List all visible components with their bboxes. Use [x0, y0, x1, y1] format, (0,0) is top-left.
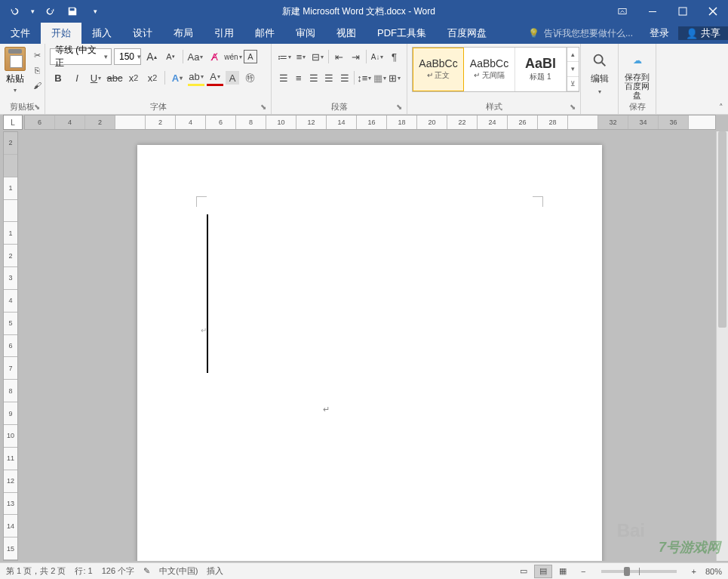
document-page[interactable]: ↵ ↵	[137, 145, 602, 561]
tab-home[interactable]: 开始	[41, 23, 81, 44]
close-button[interactable]	[698, 0, 728, 23]
styles-scroll-down[interactable]: ▾	[567, 62, 579, 76]
clipboard-launcher[interactable]: ⬊	[34, 103, 40, 111]
zoom-in-button[interactable]: +	[692, 567, 696, 576]
line-spacing-button[interactable]: ↕≡	[357, 69, 371, 86]
styles-scroll-up[interactable]: ▴	[567, 48, 579, 62]
borders-button[interactable]: ⊞	[388, 69, 402, 86]
view-read-mode[interactable]: ▭	[515, 565, 533, 578]
zoom-thumb[interactable]	[624, 567, 630, 576]
phonetic-guide-button[interactable]: wén	[225, 48, 241, 65]
decrease-indent-button[interactable]: ⇤	[331, 48, 347, 65]
justify-button[interactable]: ☰	[322, 69, 336, 86]
vertical-ruler[interactable]: 21123456789101112131415	[3, 131, 18, 561]
enclose-characters-button[interactable]: ㊕	[241, 69, 258, 86]
font-launcher[interactable]: ⬊	[260, 103, 266, 111]
shrink-font-button[interactable]: A▾	[162, 48, 179, 65]
ribbon-options-button[interactable]	[607, 0, 637, 23]
tab-references[interactable]: 引用	[204, 23, 244, 44]
superscript-button[interactable]: x2	[144, 69, 161, 86]
chevron-down-icon[interactable]: ▾	[27, 1, 38, 22]
character-border-button[interactable]: A	[244, 50, 257, 63]
ruler-corner[interactable]: L	[3, 115, 23, 130]
document-workspace: L 642246810121416182022242628323436 2112…	[0, 115, 728, 562]
show-marks-button[interactable]: ¶	[386, 48, 402, 65]
vertical-scrollbar[interactable]	[716, 131, 728, 561]
save-button[interactable]	[62, 1, 83, 22]
qat-customize-button[interactable]: ▾	[84, 1, 106, 22]
redo-button[interactable]	[39, 1, 60, 22]
tab-view[interactable]: 视图	[326, 23, 367, 44]
font-color-button[interactable]: A	[207, 69, 223, 86]
clear-formatting-button[interactable]: A̸	[206, 48, 223, 65]
paragraph-launcher[interactable]: ⬊	[396, 103, 402, 111]
align-right-button[interactable]: ☰	[307, 69, 321, 86]
styles-expand[interactable]: ⊻	[567, 77, 579, 91]
text-effects-button[interactable]: A	[169, 69, 186, 86]
styles-launcher[interactable]: ⬊	[570, 103, 576, 111]
login-button[interactable]: 登录	[640, 26, 678, 40]
paste-button[interactable]: 粘贴 ▾	[5, 47, 26, 94]
bullets-button[interactable]: ≔	[276, 48, 292, 65]
sort-button[interactable]: A↓	[369, 48, 385, 65]
numbering-button[interactable]: ≡	[293, 48, 309, 65]
highlight-button[interactable]: ab	[188, 69, 204, 86]
style-no-spacing[interactable]: AaBbCc ↵ 无间隔	[464, 48, 515, 91]
tab-file[interactable]: 文件	[0, 23, 41, 44]
grow-font-button[interactable]: A▴	[143, 48, 160, 65]
align-left-button[interactable]: ☰	[276, 69, 290, 86]
view-print-layout[interactable]: ▤	[534, 565, 552, 578]
tab-baidu-netdisk[interactable]: 百度网盘	[437, 23, 497, 44]
document-scroll-area[interactable]: ↵ ↵	[24, 131, 716, 561]
zoom-level[interactable]: 80%	[705, 567, 722, 576]
svg-rect-0	[619, 9, 626, 14]
horizontal-ruler[interactable]: 642246810121416182022242628323436	[24, 115, 716, 130]
save-to-baidu-button[interactable]: ☁ 保存到百度网盘	[623, 47, 651, 100]
font-name-combo[interactable]: 等线 (中文正▾	[50, 48, 112, 65]
tab-layout[interactable]: 布局	[163, 23, 204, 44]
tell-me-placeholder: 告诉我您想要做什么...	[544, 27, 633, 40]
tab-pdf-tools[interactable]: PDF工具集	[367, 23, 437, 44]
tab-insert[interactable]: 插入	[81, 23, 122, 44]
tell-me-search[interactable]: 💡 告诉我您想要做什么...	[521, 27, 640, 40]
distributed-button[interactable]: ☰	[337, 69, 352, 86]
copy-button[interactable]: ⎘	[30, 64, 44, 76]
change-case-button[interactable]: Aa	[187, 48, 204, 65]
collapse-ribbon-button[interactable]: ˄	[719, 103, 723, 112]
scrollbar-thumb[interactable]	[718, 131, 726, 328]
character-shading-button[interactable]: A	[226, 71, 239, 85]
zoom-slider[interactable]	[601, 570, 677, 573]
increase-indent-button[interactable]: ⇥	[348, 48, 364, 65]
subscript-button[interactable]: x2	[125, 69, 142, 86]
find-button[interactable]: 编辑 ▾	[585, 47, 613, 95]
status-word-count[interactable]: 126 个字	[102, 565, 134, 577]
status-line[interactable]: 行: 1	[75, 565, 92, 577]
format-painter-button[interactable]: 🖌	[30, 79, 44, 91]
status-language[interactable]: 中文(中国)	[159, 565, 198, 577]
minimize-button[interactable]	[637, 0, 668, 23]
font-size-combo[interactable]: 150▾	[114, 48, 141, 65]
shading-button[interactable]: ▦	[372, 69, 386, 86]
italic-button[interactable]: I	[69, 69, 85, 86]
bold-button[interactable]: B	[50, 69, 66, 86]
style-normal[interactable]: AaBbCc ↵ 正文	[413, 48, 464, 91]
tab-mailings[interactable]: 邮件	[244, 23, 285, 44]
undo-button[interactable]	[5, 1, 26, 22]
margin-corner-tl	[196, 196, 207, 207]
tab-review[interactable]: 审阅	[285, 23, 326, 44]
share-button[interactable]: 👤 共享	[678, 26, 728, 40]
spellcheck-icon[interactable]: ✎	[143, 566, 150, 576]
align-center-button[interactable]: ≡	[291, 69, 306, 86]
status-page[interactable]: 第 1 页，共 2 页	[6, 565, 66, 577]
multilevel-list-button[interactable]: ⊟	[310, 48, 326, 65]
zoom-out-button[interactable]: −	[581, 567, 585, 576]
cut-button[interactable]: ✂	[30, 49, 44, 61]
maximize-button[interactable]	[668, 0, 698, 23]
strikethrough-button[interactable]: abc	[106, 69, 123, 86]
status-mode[interactable]: 插入	[207, 565, 223, 577]
style-heading-1[interactable]: AaBl 标题 1	[515, 48, 567, 91]
view-web-layout[interactable]: ▦	[554, 565, 572, 578]
vertical-line-shape[interactable]	[207, 214, 208, 373]
underline-button[interactable]: U	[88, 69, 104, 86]
tab-design[interactable]: 设计	[122, 23, 163, 44]
